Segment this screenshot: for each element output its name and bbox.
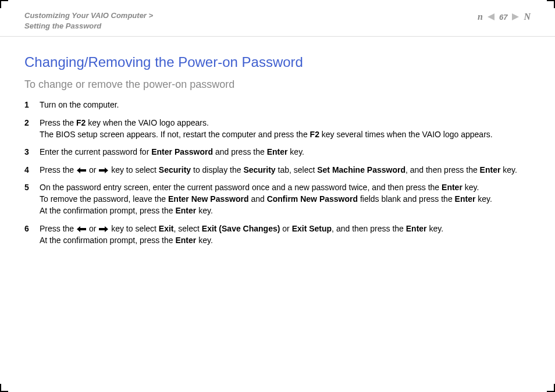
bold-term: Enter	[455, 194, 476, 204]
arrow-right-icon	[99, 168, 108, 173]
step-item: 2Press the F2 key when the VAIO logo app…	[24, 117, 531, 141]
bold-term: F2	[310, 130, 319, 139]
nav-letter-right: N	[524, 12, 531, 22]
step-body: Press the or key to select Exit, select …	[40, 223, 531, 247]
step-body: Press the or key to select Security to d…	[40, 164, 531, 176]
bold-term: Enter	[175, 236, 196, 245]
corner-mark	[0, 0, 8, 8]
step-body: Turn on the computer.	[40, 99, 531, 111]
step-number: 4	[24, 164, 40, 176]
page-subtitle: To change or remove the power-on passwor…	[24, 79, 531, 91]
bold-term: Enter	[267, 147, 288, 156]
page-title: Changing/Removing the Power-on Password	[24, 54, 531, 70]
step-item: 1Turn on the computer.	[24, 99, 531, 111]
step-item: 5On the password entry screen, enter the…	[24, 181, 531, 217]
bold-term: Enter	[406, 224, 427, 233]
breadcrumb-line-2: Setting the Password	[24, 21, 153, 31]
corner-mark	[0, 384, 8, 392]
step-number: 5	[24, 181, 40, 217]
page-nav: n 67 N	[478, 12, 531, 22]
bold-term: Exit Setup	[292, 224, 332, 233]
bold-term: Enter	[480, 165, 501, 174]
bold-term: F2	[76, 118, 86, 127]
bold-term: Enter	[442, 183, 462, 192]
step-body: Enter the current password for Enter Pas…	[40, 146, 531, 158]
step-item: 6Press the or key to select Exit, select…	[24, 223, 531, 247]
bold-term: Security	[159, 165, 191, 174]
bold-term: Exit (Save Changes)	[202, 224, 280, 233]
steps-list: 1Turn on the computer.2Press the F2 key …	[24, 99, 531, 246]
step-body: Press the F2 key when the VAIO logo appe…	[40, 117, 531, 141]
bold-term: Enter	[175, 206, 196, 215]
corner-mark	[547, 0, 555, 8]
step-number: 3	[24, 146, 40, 158]
arrow-right-icon	[99, 226, 108, 232]
corner-mark	[547, 384, 555, 392]
step-item: 3Enter the current password for Enter Pa…	[24, 146, 531, 158]
breadcrumb: Customizing Your VAIO Computer > Setting…	[24, 10, 153, 31]
bold-term: Set Machine Password	[317, 165, 405, 174]
bold-term: Confirm New Password	[267, 194, 358, 204]
page-number: 67	[499, 13, 507, 22]
step-item: 4Press the or key to select Security to …	[24, 164, 531, 176]
page-header: Customizing Your VAIO Computer > Setting…	[0, 0, 555, 37]
step-number: 6	[24, 223, 40, 247]
breadcrumb-line-1: Customizing Your VAIO Computer >	[24, 10, 153, 21]
step-body: On the password entry screen, enter the …	[40, 181, 531, 217]
bold-term: Exit	[159, 224, 174, 233]
bold-term: Security	[243, 165, 275, 174]
step-number: 1	[24, 99, 40, 111]
nav-letter-left: n	[478, 12, 483, 22]
arrow-left-icon	[77, 226, 86, 232]
page-content: Changing/Removing the Power-on Password …	[0, 37, 555, 263]
bold-term: Enter New Password	[168, 194, 249, 204]
step-number: 2	[24, 117, 40, 141]
next-page-icon[interactable]	[512, 13, 519, 20]
arrow-left-icon	[77, 168, 86, 173]
prev-page-icon[interactable]	[488, 13, 494, 20]
bold-term: Enter Password	[151, 147, 213, 156]
